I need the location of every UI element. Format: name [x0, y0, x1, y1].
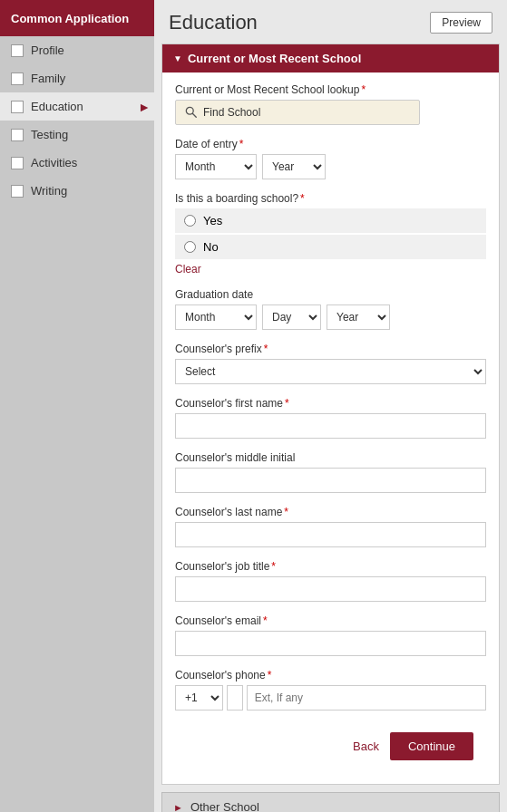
find-school-button[interactable]: Find School	[175, 100, 420, 125]
collapsed-triangle-icon: ►	[173, 802, 183, 813]
counselor-first-name-group: Counselor's first name*	[175, 397, 486, 439]
page-header: Education Preview	[154, 0, 507, 44]
svg-line-1	[192, 113, 196, 117]
graduation-date-label: Graduation date	[175, 288, 486, 301]
boarding-yes-option: Yes	[175, 208, 486, 233]
grad-year-select[interactable]: Year	[327, 304, 390, 330]
counselor-job-title-group: Counselor's job title*	[175, 560, 486, 602]
sidebar-item-writing[interactable]: Writing	[0, 177, 154, 205]
boarding-yes-radio[interactable]	[184, 215, 196, 227]
date-of-entry-label: Date of entry*	[175, 138, 486, 150]
phone-row: +1	[175, 685, 486, 710]
date-entry-row: Month Year	[175, 154, 486, 179]
counselor-email-label: Counselor's email*	[175, 614, 486, 627]
current-school-section: ▼ Current or Most Recent School Current …	[161, 44, 500, 785]
grad-day-select[interactable]: Day	[262, 304, 321, 330]
sidebar-item-activities[interactable]: Activities	[0, 149, 154, 177]
counselor-phone-label: Counselor's phone*	[175, 669, 486, 682]
counselor-middle-initial-group: Counselor's middle initial	[175, 451, 486, 493]
school-lookup-group: Current or Most Recent School lookup* Fi…	[175, 83, 486, 125]
sidebar-item-education[interactable]: Education ►	[0, 92, 154, 121]
counselor-prefix-group: Counselor's prefix* Select	[175, 343, 486, 384]
activities-checkbox-icon	[11, 157, 24, 169]
collapsed-sections: ► Other School ► Community-Based Organiz…	[161, 792, 500, 812]
page-title: Education	[169, 11, 258, 34]
clear-link[interactable]: Clear	[175, 263, 201, 276]
sidebar-item-label: Family	[31, 72, 65, 85]
counselor-prefix-select[interactable]: Select	[175, 359, 486, 384]
phone-ext-input[interactable]	[247, 685, 486, 710]
section-body: Current or Most Recent School lookup* Fi…	[162, 72, 499, 784]
section-header-label: Current or Most Recent School	[188, 52, 361, 65]
counselor-job-title-input[interactable]	[175, 576, 486, 602]
sidebar-item-family[interactable]: Family	[0, 64, 154, 92]
counselor-last-name-group: Counselor's last name*	[175, 506, 486, 547]
phone-country-select[interactable]: +1	[175, 685, 223, 710]
collapse-triangle-icon: ▼	[173, 53, 182, 63]
button-row: Back Continue	[175, 723, 486, 773]
counselor-email-group: Counselor's email*	[175, 614, 486, 656]
entry-month-select[interactable]: Month	[175, 154, 257, 179]
education-checkbox-icon	[11, 101, 24, 113]
back-link[interactable]: Back	[353, 740, 379, 753]
sidebar-item-testing[interactable]: Testing	[0, 121, 154, 149]
family-checkbox-icon	[11, 72, 24, 85]
active-arrow-icon: ►	[138, 100, 151, 114]
sidebar-item-label: Education	[31, 100, 83, 113]
counselor-middle-initial-label: Counselor's middle initial	[175, 451, 486, 464]
school-lookup-label: Current or Most Recent School lookup*	[175, 83, 486, 96]
no-label: No	[203, 240, 219, 254]
sidebar-item-label: Profile	[31, 44, 64, 57]
search-icon	[185, 106, 198, 119]
boarding-radio-group: Yes No	[175, 208, 486, 259]
sidebar: Common Application Profile Family Educat…	[0, 0, 154, 812]
continue-button[interactable]: Continue	[390, 732, 473, 760]
counselor-phone-group: Counselor's phone* +1	[175, 669, 486, 710]
grad-month-select[interactable]: Month	[175, 304, 257, 330]
graduation-date-row: Month Day Year	[175, 304, 486, 330]
boarding-no-radio[interactable]	[184, 241, 196, 253]
graduation-date-group: Graduation date Month Day Year	[175, 288, 486, 330]
current-school-header: ▼ Current or Most Recent School	[162, 44, 499, 72]
counselor-last-name-input[interactable]	[175, 522, 486, 547]
boarding-school-group: Is this a boarding school?* Yes No Clear	[175, 192, 486, 276]
profile-checkbox-icon	[11, 44, 24, 57]
counselor-first-name-label: Counselor's first name*	[175, 397, 486, 410]
date-of-entry-group: Date of entry* Month Year	[175, 138, 486, 179]
counselor-prefix-label: Counselor's prefix*	[175, 343, 486, 355]
boarding-no-option: No	[175, 235, 486, 259]
collapsed-section-label: Other School	[190, 800, 259, 812]
sidebar-title: Common Application	[11, 12, 129, 25]
phone-number-input[interactable]	[227, 685, 243, 710]
boarding-school-label: Is this a boarding school?*	[175, 192, 486, 205]
yes-label: Yes	[203, 214, 222, 227]
main-content: Education Preview ▼ Current or Most Rece…	[154, 0, 507, 812]
sidebar-header: Common Application	[0, 0, 154, 36]
sidebar-item-profile[interactable]: Profile	[0, 36, 154, 64]
counselor-last-name-label: Counselor's last name*	[175, 506, 486, 518]
sidebar-item-label: Activities	[31, 156, 77, 169]
find-school-label: Find School	[203, 106, 260, 119]
counselor-first-name-input[interactable]	[175, 413, 486, 439]
sidebar-item-label: Writing	[31, 184, 67, 198]
counselor-middle-initial-input[interactable]	[175, 468, 486, 493]
preview-button[interactable]: Preview	[430, 12, 492, 34]
entry-year-select[interactable]: Year	[262, 154, 326, 179]
other-school-section[interactable]: ► Other School	[161, 792, 500, 812]
writing-checkbox-icon	[11, 185, 24, 198]
counselor-job-title-label: Counselor's job title*	[175, 560, 486, 573]
sidebar-item-label: Testing	[31, 128, 68, 141]
counselor-email-input[interactable]	[175, 631, 486, 656]
testing-checkbox-icon	[11, 129, 24, 141]
